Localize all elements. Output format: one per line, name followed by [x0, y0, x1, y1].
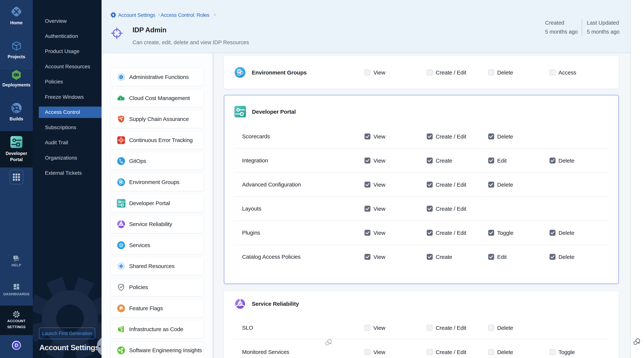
svg-text:?: ? — [15, 256, 16, 259]
svg-text:$: $ — [120, 97, 122, 100]
